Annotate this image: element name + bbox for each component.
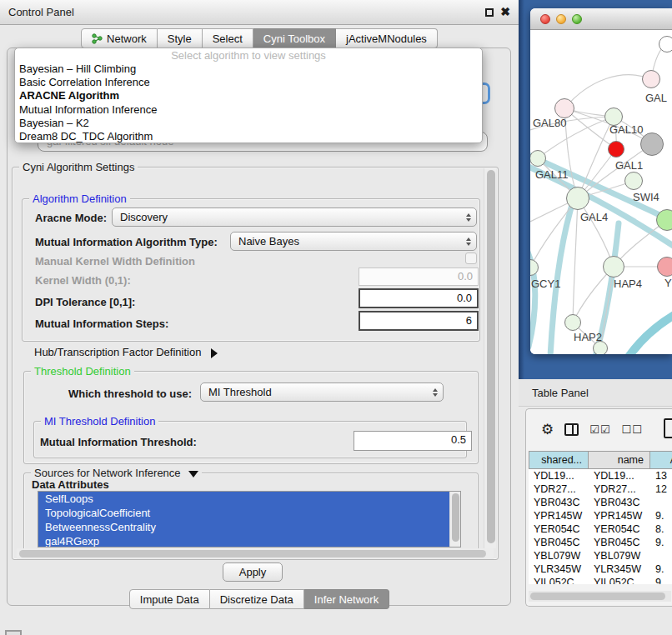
cell[interactable]	[650, 496, 672, 509]
tab-impute-data[interactable]: Impute Data	[129, 589, 210, 609]
network-node[interactable]	[564, 314, 581, 331]
popup-item[interactable]: Bayesian – K2	[15, 117, 482, 130]
tab-style[interactable]: Style	[158, 28, 203, 48]
popup-item[interactable]: Bayesian – Hill Climbing	[15, 62, 482, 76]
mi-steps-field[interactable]: 6	[359, 311, 479, 331]
tab-infer-network[interactable]: Infer Network	[304, 589, 389, 609]
network-node[interactable]	[642, 70, 660, 88]
cell[interactable]: YBR045C	[529, 536, 589, 549]
column-header[interactable]: A	[650, 451, 672, 469]
cell[interactable]: YDR27...	[529, 482, 589, 496]
close-window-icon[interactable]: ✖	[500, 5, 510, 18]
network-canvas[interactable]: GALGAL80GAL10GAL1GAL11SWI4GAL4GCY1HAP4YH…	[530, 30, 672, 354]
cell[interactable]: YPR145W	[589, 509, 650, 522]
list-item[interactable]: SelfLoops	[38, 492, 460, 506]
float-window-icon[interactable]	[485, 8, 494, 17]
cell[interactable]: 8.	[650, 522, 672, 536]
column-header[interactable]: name	[589, 451, 650, 469]
cell[interactable]: YER054C	[529, 522, 589, 536]
network-node[interactable]	[624, 172, 643, 190]
mi-algorithm-type-combo[interactable]: Naive Bayes	[230, 232, 477, 251]
columns-icon[interactable]	[564, 423, 579, 436]
function-builder-icon[interactable]	[664, 418, 672, 438]
manual-kernel-width-checkbox[interactable]	[465, 252, 477, 264]
network-node[interactable]	[657, 257, 672, 277]
cell[interactable]: YDL19...	[589, 469, 650, 482]
dpi-tolerance-field[interactable]: 0.0	[359, 288, 479, 308]
cell[interactable]: YER054C	[589, 522, 650, 536]
panel-dock-icon[interactable]	[5, 630, 22, 635]
network-node[interactable]	[656, 209, 672, 231]
mi-threshold-field[interactable]: 0.5	[354, 431, 472, 451]
popup-item[interactable]: Mutual Information Inference	[15, 103, 482, 117]
which-threshold-combo[interactable]: MI Threshold	[200, 382, 444, 402]
minimize-button[interactable]	[556, 14, 566, 24]
network-node[interactable]	[659, 36, 672, 52]
popup-item[interactable]: Dream8 DC_TDC Algorithm	[15, 130, 482, 143]
network-node[interactable]	[530, 150, 546, 167]
table-row[interactable]: YLR345W YLR345W 9.	[529, 562, 672, 576]
cell[interactable]: YIL052C	[529, 576, 589, 584]
popup-item[interactable]: Basic Correlation Inference	[15, 76, 482, 89]
table-row[interactable]: YBL079W YBL079W	[529, 549, 672, 562]
list-scrollbar[interactable]	[449, 492, 460, 547]
cell[interactable]: 13	[650, 469, 672, 482]
cell[interactable]: YIL052C	[589, 576, 650, 584]
column-header[interactable]: shared...	[529, 451, 589, 469]
cell[interactable]: YPR145W	[529, 509, 589, 522]
aracne-mode-value: Discovery	[120, 211, 168, 223]
table-horizontal-scrollbar[interactable]	[529, 591, 671, 602]
network-node[interactable]	[566, 187, 589, 210]
tab-discretize-data[interactable]: Discretize Data	[210, 589, 304, 609]
cell[interactable]: YBL079W	[529, 549, 589, 562]
list-item[interactable]: TopologicalCoefficient	[38, 506, 460, 520]
hub-transcription-section[interactable]: Hub/Transcription Factor Definition	[34, 346, 218, 358]
cell[interactable]: 9.	[650, 562, 672, 576]
network-node[interactable]	[603, 256, 624, 278]
tab-select[interactable]: Select	[203, 28, 253, 48]
cell[interactable]: YBR045C	[589, 536, 650, 549]
network-node[interactable]	[554, 98, 574, 118]
table-row[interactable]: YBR043C YBR043C	[529, 496, 672, 509]
table-row[interactable]: YDR27... YDR27... 12	[529, 482, 672, 496]
settings-horizontal-scrollbar[interactable]	[17, 548, 494, 559]
table-row[interactable]: YER054C YER054C 8.	[529, 522, 672, 536]
network-node[interactable]	[640, 132, 664, 156]
expand-right-icon[interactable]	[211, 348, 218, 358]
cell[interactable]: YLR345W	[529, 562, 589, 576]
cell[interactable]: YBR043C	[589, 496, 650, 509]
table-row[interactable]: YIL052C YIL052C 9	[529, 576, 672, 584]
tab-network[interactable]: Network	[81, 28, 158, 48]
zoom-button[interactable]	[572, 14, 582, 24]
cell[interactable]: 9.	[650, 509, 672, 522]
list-item[interactable]: gal4RGexp	[38, 534, 460, 548]
kernel-width-field[interactable]: 0.0	[359, 268, 479, 286]
collapse-down-icon[interactable]	[188, 471, 198, 478]
network-window-titlebar[interactable]	[530, 8, 672, 30]
cell[interactable]: 12	[650, 482, 672, 496]
table-row[interactable]: YBR045C YBR045C 9.	[529, 536, 672, 549]
cell[interactable]: 9.	[650, 536, 672, 549]
table-row[interactable]: YDL19... YDL19... 13	[529, 469, 672, 482]
select-all-checkboxes-icon[interactable]: ☑☑	[589, 423, 610, 436]
cell[interactable]	[650, 549, 672, 562]
network-node[interactable]	[593, 341, 608, 354]
tab-cyni-toolbox[interactable]: Cyni Toolbox	[253, 28, 336, 48]
cell[interactable]: YDR27...	[589, 482, 650, 496]
popup-item-highlighted[interactable]: ARACNE Algorithm	[15, 89, 482, 102]
cell[interactable]: YDL19...	[529, 469, 589, 482]
cell[interactable]: YBR043C	[529, 496, 589, 509]
apply-button[interactable]: Apply	[223, 562, 283, 582]
deselect-all-checkboxes-icon[interactable]: ☐☐	[622, 423, 643, 436]
close-button[interactable]	[540, 14, 550, 24]
aracne-mode-combo[interactable]: Discovery	[112, 208, 477, 227]
cell[interactable]: YLR345W	[589, 562, 650, 576]
settings-vertical-scrollbar[interactable]	[484, 168, 496, 548]
tab-jactivemnodules[interactable]: jActiveMNodules	[336, 28, 438, 48]
cell[interactable]: YBL079W	[589, 549, 650, 562]
gear-icon[interactable]: ⚙	[541, 422, 554, 437]
cell[interactable]: 9	[650, 576, 672, 584]
table-row[interactable]: YPR145W YPR145W 9.	[529, 509, 672, 522]
network-node[interactable]	[608, 141, 624, 158]
list-item[interactable]: BetweennessCentrality	[38, 520, 460, 534]
